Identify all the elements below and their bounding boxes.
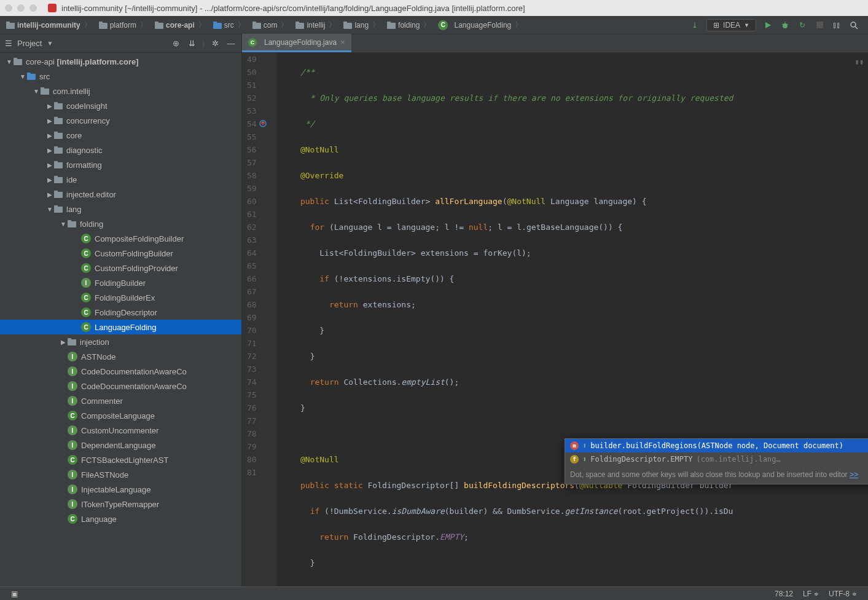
tree-interface[interactable]: IITokenTypeRemapper (0, 497, 241, 511)
tree-folder[interactable]: ▶diagnostic (0, 143, 241, 157)
code-editor[interactable]: ▮▮ 4950515253545556575859606162636465666… (242, 53, 868, 586)
tree-class[interactable]: CCustomFoldingBuilder (0, 246, 241, 261)
tree-package[interactable]: ▼com.intellij (0, 84, 241, 98)
svg-rect-15 (387, 22, 391, 23)
tree-interface[interactable]: IDependentLanguage (0, 438, 241, 452)
tree-class[interactable]: CCompositeLanguage (0, 408, 241, 423)
package-icon (41, 87, 49, 95)
tree-folder[interactable]: ▶core (0, 128, 241, 143)
close-window-icon[interactable] (5, 4, 12, 12)
svg-rect-35 (54, 146, 58, 148)
file-encoding[interactable]: UTF-8 ≑ (824, 590, 862, 598)
tree-class[interactable]: CLanguage (0, 511, 241, 526)
tree-interface[interactable]: ICodeDocumentationAwareCo (0, 364, 241, 379)
source-folder-icon (213, 22, 222, 29)
folder-icon (54, 176, 63, 183)
line-separator[interactable]: LF ≑ (798, 590, 824, 598)
line-number-gutter[interactable]: 4950515253545556575859606162636465666768… (242, 53, 268, 586)
breadcrumb[interactable]: src〉 (211, 18, 249, 31)
svg-line-19 (787, 24, 788, 25)
svg-rect-32 (54, 133, 63, 139)
tree-class[interactable]: CFoldingBuilderEx (0, 290, 241, 305)
tree-folder[interactable]: ▶concurrency (0, 113, 241, 128)
svg-rect-22 (14, 59, 22, 65)
caret-position[interactable]: 78:12 (770, 590, 798, 598)
tree-folder[interactable]: ▶injected.editor (0, 187, 241, 202)
tree-folder-src[interactable]: ▼src (0, 69, 241, 84)
tree-interface[interactable]: IFileASTNode (0, 467, 241, 482)
svg-rect-14 (387, 23, 396, 29)
run-configuration-selector[interactable]: ⊞ IDEA ▼ (706, 19, 756, 31)
code-completion-popup[interactable]: m ⬆ builder.buildFoldRegions(ASTNode nod… (565, 438, 868, 484)
chevron-down-icon[interactable]: ▼ (47, 40, 53, 47)
fold-gutter[interactable] (268, 53, 276, 586)
package-icon (252, 22, 261, 29)
tool-window-title[interactable]: Project (17, 39, 42, 48)
tree-folder[interactable]: ▶formatting (0, 157, 241, 172)
tree-folder[interactable]: ▶ide (0, 172, 241, 187)
svg-rect-37 (54, 161, 58, 163)
breadcrumb[interactable]: intellij-community〉 (4, 18, 95, 31)
tab-label: LanguageFolding.java (264, 38, 337, 47)
interface-icon: I (68, 381, 77, 391)
run-icon[interactable] (762, 20, 773, 31)
search-icon[interactable] (848, 20, 859, 31)
svg-rect-43 (54, 205, 58, 207)
project-tree[interactable]: ▼core-api [intellij.platform.core] ▼src … (0, 53, 241, 586)
tree-folder-folding[interactable]: ▼folding (0, 216, 241, 231)
tree-interface[interactable]: IInjectableLanguage (0, 482, 241, 497)
editor-tab-active[interactable]: C LanguageFolding.java × (242, 34, 351, 52)
breadcrumb[interactable]: platform〉 (96, 18, 151, 31)
interface-icon: I (68, 425, 77, 435)
completion-item[interactable]: f ⬆ FoldingDescriptor.EMPTY (com.intelli… (565, 452, 868, 466)
breadcrumb[interactable]: intellij〉 (293, 18, 340, 31)
tree-class[interactable]: CFCTSBackedLighterAST (0, 452, 241, 467)
collapse-all-icon[interactable]: ⇊ (187, 38, 198, 49)
stop-icon[interactable] (814, 20, 825, 31)
debug-icon[interactable] (780, 20, 791, 31)
hide-icon[interactable]: — (225, 38, 237, 49)
tree-class[interactable]: CCustomFoldingProvider (0, 261, 241, 275)
tree-class[interactable]: CCompositeFoldingBuilder (0, 231, 241, 246)
package-icon (343, 22, 352, 29)
interface-icon: I (68, 484, 77, 494)
tree-folder-lang[interactable]: ▼lang (0, 202, 241, 216)
class-icon: C (68, 514, 77, 524)
method-icon: m (570, 441, 579, 450)
completion-item-selected[interactable]: m ⬆ builder.buildFoldRegions(ASTNode nod… (565, 439, 868, 452)
project-tool-window: ☰ Project ▼ ⊕ ⇊ | ✲ — ▼core-api [intelli… (0, 34, 242, 586)
coverage-icon[interactable]: ↻ (797, 20, 808, 31)
inspection-indicator-icon[interactable]: ▮▮ (855, 55, 864, 68)
vcs-icon[interactable]: ⫿⫿ (831, 20, 842, 31)
locate-icon[interactable]: ⊕ (171, 38, 182, 49)
tree-interface[interactable]: ICustomUncommenter (0, 423, 241, 438)
project-view-icon[interactable]: ☰ (5, 39, 12, 48)
build-icon[interactable]: ⤓ (689, 20, 700, 31)
gear-icon[interactable]: ✲ (209, 38, 221, 49)
breadcrumb[interactable]: CLanguageFolding〉 (436, 18, 526, 31)
class-icon: C (81, 263, 91, 273)
tree-class-selected[interactable]: CLanguageFolding (0, 320, 241, 334)
svg-rect-2 (99, 23, 108, 29)
tree-folder[interactable]: ▶injection (0, 334, 241, 349)
breadcrumb[interactable]: com〉 (250, 18, 292, 31)
tree-interface[interactable]: IFoldingBuilder (0, 275, 241, 290)
breadcrumb[interactable]: core-api〉 (152, 18, 209, 31)
tree-folder[interactable]: ▶codeInsight (0, 98, 241, 113)
editor-area: C LanguageFolding.java × ▮▮ 495051525354… (242, 34, 868, 586)
tree-interface[interactable]: ICodeDocumentationAwareCo (0, 379, 241, 393)
tree-class[interactable]: CFoldingDescriptor (0, 305, 241, 320)
completion-more-link[interactable]: >> (850, 470, 858, 479)
tree-interface[interactable]: ICommenter (0, 393, 241, 408)
tool-windows-icon[interactable]: ▣ (6, 590, 23, 598)
interface-icon: I (68, 352, 77, 361)
minimize-window-icon[interactable] (17, 4, 25, 12)
tree-interface[interactable]: IASTNode (0, 349, 241, 364)
close-tab-icon[interactable]: × (340, 38, 345, 47)
breadcrumb[interactable]: lang〉 (341, 18, 383, 31)
code-content[interactable]: /** * Only queries base language results… (276, 53, 868, 586)
breadcrumb[interactable]: folding〉 (385, 18, 434, 31)
zoom-window-icon[interactable] (29, 4, 37, 12)
svg-rect-46 (68, 339, 76, 345)
tree-module-root[interactable]: ▼core-api [intellij.platform.core] (0, 54, 241, 69)
